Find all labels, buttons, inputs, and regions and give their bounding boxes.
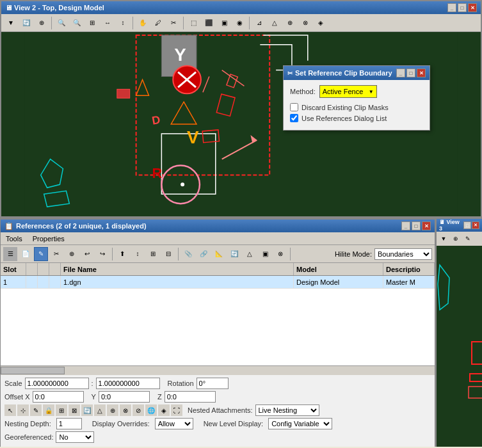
pt-14[interactable]: ⛶ <box>171 404 182 416</box>
display-overrides-select[interactable]: Allow <box>155 418 193 429</box>
toolbar-btn-17[interactable]: △ <box>268 16 282 30</box>
ref-win-close[interactable]: ✕ <box>422 221 431 230</box>
svg-text:R: R <box>152 165 162 181</box>
horizontal-scrollbar[interactable] <box>1 365 435 374</box>
clip-dialog-minimize[interactable]: _ <box>396 68 405 77</box>
view3-close[interactable]: ✕ <box>472 221 479 229</box>
table-row[interactable]: 1 1.dgn Design Model Master M <box>1 276 435 289</box>
clip-dialog-title: Set Reference Clip Boundary <box>295 69 392 77</box>
scrollbar-thumb[interactable] <box>1 367 65 374</box>
ref-tb-13[interactable]: 🔗 <box>197 247 211 261</box>
ref-tb-16[interactable]: △ <box>243 247 257 261</box>
menu-properties[interactable]: Properties <box>30 234 67 244</box>
ref-tb-9[interactable]: ↕ <box>131 247 145 261</box>
scale-y-input[interactable] <box>96 378 160 389</box>
top-viewport-toolbar: ▼ 🔄 ⊕ 🔍 🔍 ⊞ ↔ ↕ ✋ 🖊 ✂ ⬚ ⬛ ▣ ◉ ⊿ △ ⊕ ⊗ ◈ <box>1 14 481 32</box>
toolbar-btn-18[interactable]: ⊕ <box>283 16 297 30</box>
toolbar-btn-9[interactable]: ✋ <box>136 16 150 30</box>
pt-5[interactable]: ⊞ <box>56 404 67 416</box>
toolbar-btn-10[interactable]: 🖊 <box>151 16 165 30</box>
ref-tb-6[interactable]: ↩ <box>80 247 94 261</box>
georef-select[interactable]: No <box>56 431 94 443</box>
ref-tb-12[interactable]: 📎 <box>181 247 195 261</box>
toolbar-btn-15[interactable]: ◉ <box>232 16 246 30</box>
toolbar-btn-8[interactable]: ↕ <box>116 16 130 30</box>
ref-tb-5[interactable]: ⊕ <box>65 247 79 261</box>
minimize-btn[interactable]: _ <box>447 3 456 12</box>
discard-checkbox[interactable] <box>290 103 298 111</box>
new-level-select[interactable]: Config Variable <box>268 418 332 429</box>
ref-tb-15[interactable]: 🔄 <box>227 247 241 261</box>
ref-tb-14[interactable]: 📐 <box>212 247 226 261</box>
ref-tb-8[interactable]: ⬆ <box>115 247 129 261</box>
pt-6[interactable]: ⊠ <box>68 404 80 416</box>
method-label: Method: <box>290 88 316 95</box>
toolbar-btn-11[interactable]: ✂ <box>166 16 181 30</box>
pt-13[interactable]: ◈ <box>158 404 170 416</box>
maximize-btn[interactable]: □ <box>458 3 467 12</box>
references-titlebar: 📋 References (2 of 2 unique, 1 displayed… <box>1 220 435 232</box>
ref-tb-11[interactable]: ⊟ <box>161 247 175 261</box>
pt-3[interactable]: ✎ <box>30 404 42 416</box>
offset-y-input[interactable] <box>99 391 150 403</box>
ref-tb-3[interactable]: ✎ <box>34 247 48 261</box>
toolbar-btn-13[interactable]: ⬛ <box>202 16 216 30</box>
toolbar-btn-4[interactable]: 🔍 <box>54 16 68 30</box>
ref-tb-10[interactable]: ⊞ <box>146 247 160 261</box>
dropdown-arrow-icon: ▼ <box>369 89 374 95</box>
pt-12[interactable]: 🌐 <box>145 404 157 416</box>
col-description: Descriptio <box>383 263 435 275</box>
discard-label: Discard Existing Clip Masks <box>301 104 389 111</box>
rotation-input[interactable] <box>197 378 229 389</box>
pt-11[interactable]: ⊘ <box>133 404 144 416</box>
toolbar-btn-19[interactable]: ⊗ <box>298 16 312 30</box>
pt-7[interactable]: 🔄 <box>81 404 93 416</box>
ref-tb-1[interactable]: ☰ <box>3 247 17 261</box>
close-btn[interactable]: ✕ <box>468 3 477 12</box>
toolbar-btn-16[interactable]: ⊿ <box>252 16 266 30</box>
toolbar-btn-7[interactable]: ↔ <box>100 16 115 30</box>
view3-maximize[interactable]: □ <box>463 221 471 229</box>
offset-row: Offset X Y Z <box>4 391 431 403</box>
offset-x-input[interactable] <box>33 391 84 403</box>
v3-tb-1[interactable]: ▼ <box>438 233 449 244</box>
scale-x-input[interactable] <box>25 378 89 389</box>
svg-rect-21 <box>117 89 130 98</box>
toolbar-btn-5[interactable]: 🔍 <box>70 16 84 30</box>
pt-9[interactable]: ⊕ <box>107 404 118 416</box>
new-level-label: New Level Display: <box>204 420 264 428</box>
clip-dialog-close[interactable]: ✕ <box>417 68 426 77</box>
v3-tb-2[interactable]: ⊕ <box>450 233 462 244</box>
toolbar-btn-1[interactable]: ▼ <box>4 16 18 30</box>
hilite-select[interactable]: Boundaries None <box>374 248 432 260</box>
pt-2[interactable]: ⊹ <box>17 404 29 416</box>
ref-tb-18[interactable]: ⊗ <box>273 247 287 261</box>
toolbar-btn-2[interactable]: 🔄 <box>19 16 33 30</box>
toolbar-btn-14[interactable]: ▣ <box>217 16 231 30</box>
clip-dialog-restore[interactable]: □ <box>406 68 415 77</box>
toolbar-btn-3[interactable]: ⊕ <box>35 16 49 30</box>
toolbar-btn-6[interactable]: ⊞ <box>85 16 99 30</box>
ref-tb-2[interactable]: 📄 <box>19 247 33 261</box>
toolbar-btn-12[interactable]: ⬚ <box>186 16 200 30</box>
ref-win-minimize[interactable]: _ <box>401 221 410 230</box>
pt-4[interactable]: 🔒 <box>43 404 54 416</box>
pt-8[interactable]: △ <box>94 404 106 416</box>
toolbar-btn-20[interactable]: ◈ <box>314 16 328 30</box>
scrollbar-track <box>1 366 435 375</box>
offset-z-input[interactable] <box>165 391 216 403</box>
use-references-checkbox[interactable] <box>290 114 298 122</box>
v3-tb-3[interactable]: ✎ <box>462 233 474 244</box>
ref-tb-17[interactable]: ▣ <box>258 247 272 261</box>
props-toolbar: ↖ ⊹ ✎ 🔒 ⊞ ⊠ 🔄 △ ⊕ ⊗ ⊘ 🌐 ◈ ⛶ Nested Attac… <box>4 404 431 416</box>
pt-10[interactable]: ⊗ <box>120 404 131 416</box>
offset-y-label: Y <box>92 393 96 401</box>
ref-win-restore[interactable]: □ <box>412 221 421 230</box>
menu-tools[interactable]: Tools <box>3 234 25 244</box>
ref-tb-4[interactable]: ✂ <box>49 247 63 261</box>
nesting-depth-input[interactable] <box>56 418 82 429</box>
pt-1[interactable]: ↖ <box>4 404 16 416</box>
method-select[interactable]: Active Fence ▼ <box>319 85 377 98</box>
nested-select[interactable]: Live Nesting <box>255 404 319 416</box>
ref-tb-7[interactable]: ↪ <box>95 247 109 261</box>
